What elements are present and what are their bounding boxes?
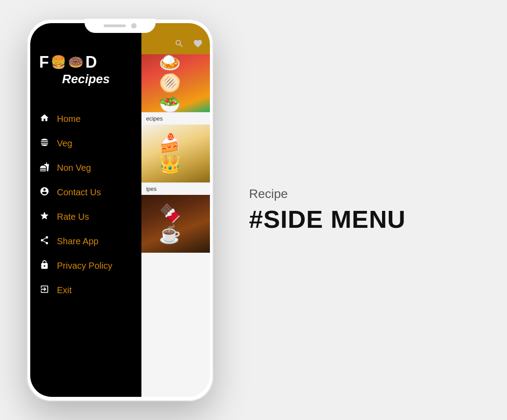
menu-item-rate[interactable]: Rate Us	[30, 205, 141, 229]
recipe-tag: Recipe	[249, 187, 471, 201]
search-icon[interactable]	[174, 39, 184, 51]
app-logo-title: F 🍔 🍩 D	[39, 54, 133, 70]
food-image-1	[141, 54, 210, 112]
menu-label-contact: Contact Us	[57, 187, 101, 198]
logo-d: D	[85, 54, 98, 70]
recipe-panel: ecipes ipes	[141, 23, 210, 397]
home-icon	[39, 113, 50, 125]
recipe-content: ecipes ipes	[141, 54, 210, 397]
phone-mockup: F 🍔 🍩 D Recipes	[27, 19, 213, 401]
notch-speaker	[104, 24, 126, 27]
menu-label-privacy: Privacy Policy	[57, 261, 112, 271]
food-image-3	[141, 195, 210, 253]
menu-item-veg[interactable]: Veg	[30, 131, 141, 156]
phone-screen: F 🍔 🍩 D Recipes	[30, 23, 210, 397]
menu-label-veg: Veg	[57, 138, 72, 149]
logo-f: F	[39, 54, 50, 70]
logo-burger-icon: 🍔	[51, 56, 67, 69]
lock-icon	[39, 260, 50, 272]
menu-item-privacy[interactable]: Privacy Policy	[30, 254, 141, 278]
app-subtitle: Recipes	[39, 72, 133, 86]
nonveg-icon	[39, 162, 50, 174]
side-menu: F 🍔 🍩 D Recipes	[30, 23, 141, 397]
menu-label-rate: Rate Us	[57, 212, 89, 222]
menu-label-home: Home	[57, 114, 80, 124]
menu-label-exit: Exit	[57, 285, 72, 295]
exit-icon	[39, 284, 50, 296]
menu-item-contact[interactable]: Contact Us	[30, 180, 141, 205]
heart-icon[interactable]	[193, 39, 203, 51]
logo-donut-icon: 🍩	[68, 56, 84, 69]
phone-notch	[84, 19, 156, 33]
menu-item-share[interactable]: Share App	[30, 229, 141, 254]
menu-items-list: Home Veg	[30, 107, 141, 303]
notch-camera	[131, 23, 137, 28]
share-icon	[39, 235, 50, 247]
logo-area: F 🍔 🍩 D Recipes	[30, 50, 141, 95]
side-menu-heading: #SIDE MENU	[249, 205, 471, 234]
food-image-2	[141, 125, 210, 182]
menu-label-share: Share App	[57, 236, 98, 246]
star-icon	[39, 211, 50, 223]
contact-icon	[39, 186, 50, 198]
right-content: Recipe #SIDE MENU	[213, 187, 471, 234]
menu-label-nonveg: Non Veg	[57, 163, 91, 173]
menu-item-exit[interactable]: Exit	[30, 278, 141, 303]
menu-item-nonveg[interactable]: Non Veg	[30, 156, 141, 180]
menu-item-home[interactable]: Home	[30, 107, 141, 131]
page-container: F 🍔 🍩 D Recipes	[0, 0, 507, 420]
section-label-1: ecipes	[141, 112, 210, 125]
section-label-2: ipes	[141, 182, 210, 195]
veg-icon	[39, 137, 50, 149]
